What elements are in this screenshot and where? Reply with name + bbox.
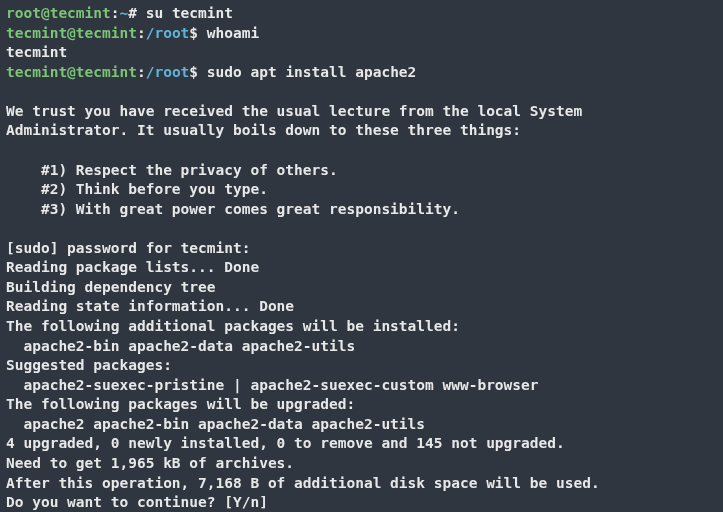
apt-reading-state: Reading state information... Done — [6, 297, 717, 317]
command-su: su tecmint — [137, 5, 233, 21]
prompt-line-tecmint-1: tecmint@tecmint:/root$ whoami — [6, 24, 717, 44]
prompt-host: tecmint — [76, 64, 137, 80]
terminal[interactable]: root@tecmint:~# su tecmint tecmint@tecmi… — [6, 4, 717, 512]
output-whoami: tecmint — [6, 43, 717, 63]
prompt-path: /root — [146, 64, 190, 80]
apt-building-tree: Building dependency tree — [6, 278, 717, 298]
sudo-rule-2: #2) Think before you type. — [6, 180, 717, 200]
blank-line — [6, 141, 717, 161]
apt-upgraded-header: The following packages will be upgraded: — [6, 395, 717, 415]
apt-upgraded-packages: apache2 apache2-bin apache2-data apache2… — [6, 415, 717, 435]
prompt-line-root: root@tecmint:~# su tecmint — [6, 4, 717, 24]
sudo-password-prompt: [sudo] password for tecmint: — [6, 239, 717, 259]
apt-disk-space: After this operation, 7,168 B of additio… — [6, 474, 717, 494]
prompt-at: @ — [67, 64, 76, 80]
apt-reading-lists: Reading package lists... Done — [6, 258, 717, 278]
prompt-path: ~ — [120, 5, 129, 21]
prompt-path: /root — [146, 25, 190, 41]
sudo-rule-3: #3) With great power comes great respons… — [6, 200, 717, 220]
apt-suggested-header: Suggested packages: — [6, 356, 717, 376]
prompt-symbol: $ — [189, 64, 198, 80]
command-whoami: whoami — [198, 25, 259, 41]
prompt-symbol: # — [128, 5, 137, 21]
apt-additional-packages: apache2-bin apache2-data apache2-utils — [6, 337, 717, 357]
prompt-symbol: $ — [189, 25, 198, 41]
sudo-lecture-2: Administrator. It usually boils down to … — [6, 121, 717, 141]
apt-suggested-packages: apache2-suexec-pristine | apache2-suexec… — [6, 376, 717, 396]
prompt-colon: : — [111, 5, 120, 21]
apt-summary: 4 upgraded, 0 newly installed, 0 to remo… — [6, 434, 717, 454]
prompt-user: tecmint — [6, 25, 67, 41]
blank-line — [6, 82, 717, 102]
prompt-at: @ — [41, 5, 50, 21]
prompt-host: tecmint — [50, 5, 111, 21]
apt-continue-prompt[interactable]: Do you want to continue? [Y/n] — [6, 493, 717, 512]
apt-additional-packages-header: The following additional packages will b… — [6, 317, 717, 337]
sudo-rule-1: #1) Respect the privacy of others. — [6, 161, 717, 181]
apt-archive-size: Need to get 1,965 kB of archives. — [6, 454, 717, 474]
prompt-colon: : — [137, 64, 146, 80]
command-sudo-apt: sudo apt install apache2 — [198, 64, 416, 80]
prompt-host: tecmint — [76, 25, 137, 41]
prompt-colon: : — [137, 25, 146, 41]
blank-line — [6, 219, 717, 239]
prompt-at: @ — [67, 25, 76, 41]
prompt-line-tecmint-2: tecmint@tecmint:/root$ sudo apt install … — [6, 63, 717, 83]
prompt-user: root — [6, 5, 41, 21]
sudo-lecture-1: We trust you have received the usual lec… — [6, 102, 717, 122]
prompt-user: tecmint — [6, 64, 67, 80]
